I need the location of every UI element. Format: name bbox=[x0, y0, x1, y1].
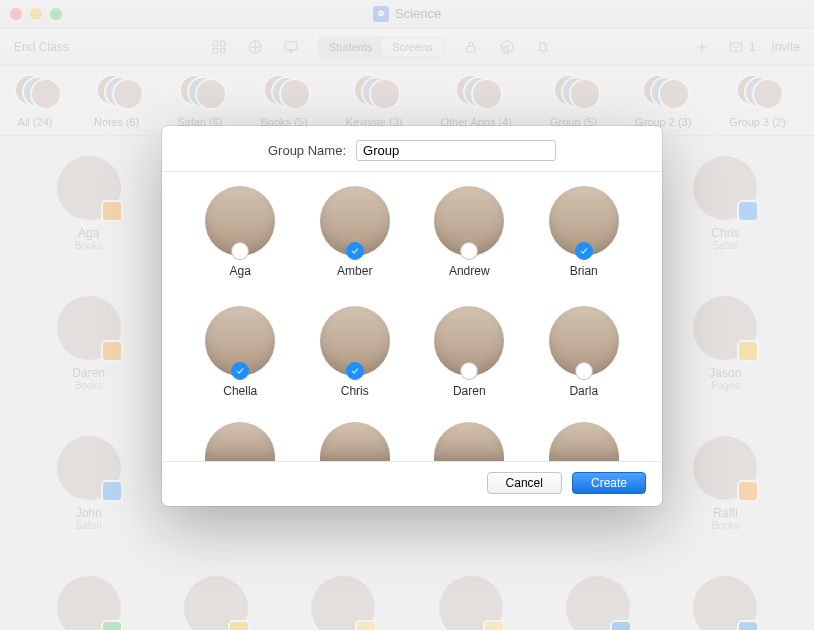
student-item[interactable] bbox=[532, 422, 637, 461]
cancel-button[interactable]: Cancel bbox=[487, 472, 562, 494]
student-select-name: Chris bbox=[341, 384, 369, 398]
checkmark-icon bbox=[575, 242, 593, 260]
checkmark-icon bbox=[346, 242, 364, 260]
student-item[interactable] bbox=[303, 422, 408, 461]
student-select-item[interactable]: Brian bbox=[532, 186, 637, 298]
group-name-input[interactable] bbox=[356, 140, 556, 161]
checkmark-icon bbox=[231, 362, 249, 380]
checkmark-icon bbox=[346, 362, 364, 380]
student-select-name: Aga bbox=[230, 264, 251, 278]
checkmark-icon bbox=[575, 362, 593, 380]
student-select-item[interactable]: Chella bbox=[188, 306, 293, 418]
student-select-item[interactable]: Amber bbox=[303, 186, 408, 298]
student-select-grid-overflow bbox=[188, 422, 636, 461]
checkmark-icon bbox=[231, 242, 249, 260]
checkmark-icon bbox=[460, 362, 478, 380]
student-select-item[interactable]: Daren bbox=[417, 306, 522, 418]
group-name-label: Group Name: bbox=[268, 143, 346, 158]
student-item[interactable] bbox=[188, 422, 293, 461]
student-select-name: Darla bbox=[569, 384, 598, 398]
create-button[interactable]: Create bbox=[572, 472, 646, 494]
checkmark-icon bbox=[460, 242, 478, 260]
create-group-dialog: Group Name: AgaAmberAndrewBrianChellaChr… bbox=[162, 126, 662, 506]
student-select-name: Chella bbox=[223, 384, 257, 398]
student-select-name: Brian bbox=[570, 264, 598, 278]
student-select-name: Andrew bbox=[449, 264, 490, 278]
student-select-item[interactable]: Chris bbox=[303, 306, 408, 418]
student-select-item[interactable]: Aga bbox=[188, 186, 293, 298]
student-select-name: Amber bbox=[337, 264, 372, 278]
student-item[interactable] bbox=[417, 422, 522, 461]
student-select-name: Daren bbox=[453, 384, 486, 398]
student-select-grid: AgaAmberAndrewBrianChellaChrisDarenDarla bbox=[188, 186, 636, 418]
student-select-item[interactable]: Darla bbox=[532, 306, 637, 418]
student-select-item[interactable]: Andrew bbox=[417, 186, 522, 298]
